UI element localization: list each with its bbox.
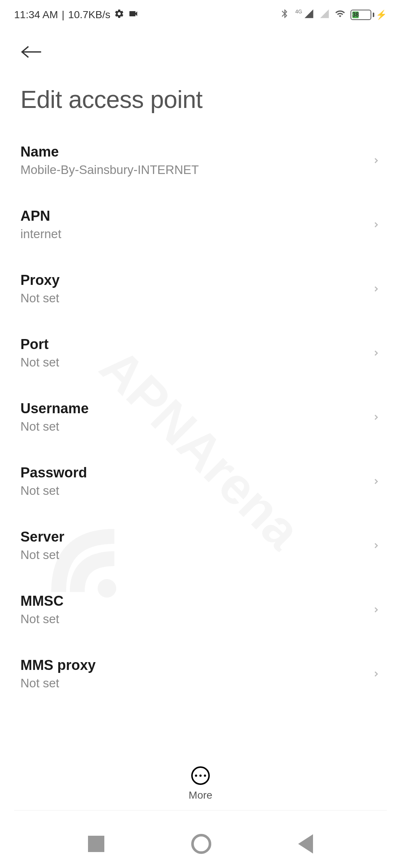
status-bar: 11:34 AM | 10.7KB/s 4G 38 ⚡ [0, 0, 401, 30]
setting-value: Not set [20, 420, 89, 434]
chevron-right-icon [372, 220, 381, 229]
signal-full-icon [304, 9, 314, 22]
battery-indicator: 38 ⚡ [351, 10, 387, 20]
charging-icon: ⚡ [376, 10, 387, 20]
chevron-right-icon [372, 285, 381, 293]
setting-value: Mobile-By-Sainsbury-INTERNET [20, 163, 199, 177]
setting-mms-proxy[interactable]: MMS proxy Not set [20, 642, 381, 706]
wifi-icon [335, 9, 345, 22]
chevron-right-icon [372, 670, 381, 678]
setting-password[interactable]: Password Not set [20, 449, 381, 513]
network-type-label: 4G [295, 9, 302, 14]
setting-name[interactable]: Name Mobile-By-Sainsbury-INTERNET [20, 128, 381, 193]
setting-username[interactable]: Username Not set [20, 385, 381, 449]
signal-empty-icon [319, 9, 330, 22]
setting-value: Not set [20, 548, 64, 562]
setting-server[interactable]: Server Not set [20, 513, 381, 578]
status-right: 4G 38 ⚡ [280, 9, 387, 22]
setting-value: Not set [20, 484, 87, 498]
setting-label: Port [20, 336, 59, 352]
setting-port[interactable]: Port Not set [20, 321, 381, 385]
setting-label: Username [20, 401, 89, 417]
setting-apn[interactable]: APN internet [20, 193, 381, 257]
gear-icon [114, 9, 124, 22]
setting-proxy[interactable]: Proxy Not set [20, 257, 381, 321]
setting-label: Password [20, 465, 87, 481]
setting-label: Proxy [20, 272, 60, 288]
chevron-right-icon [372, 605, 381, 614]
setting-mmsc[interactable]: MMSC Not set [20, 578, 381, 642]
header: Edit access point [0, 30, 401, 128]
status-left: 11:34 AM | 10.7KB/s [14, 9, 138, 22]
setting-value: Not set [20, 291, 60, 305]
battery-percent: 38 [352, 11, 359, 18]
setting-value: Not set [20, 612, 63, 626]
page-title: Edit access point [20, 85, 381, 114]
setting-label: Name [20, 144, 199, 160]
status-data-rate: 10.7KB/s [68, 9, 111, 21]
setting-value: Not set [20, 676, 96, 690]
setting-value: internet [20, 227, 61, 241]
setting-label: MMSC [20, 593, 63, 609]
chevron-right-icon [372, 413, 381, 422]
setting-label: MMS proxy [20, 657, 96, 673]
chevron-right-icon [372, 349, 381, 358]
chevron-right-icon [372, 156, 381, 165]
setting-label: Server [20, 529, 64, 545]
back-button[interactable] [20, 41, 43, 63]
status-time: 11:34 AM [14, 9, 58, 21]
video-icon [128, 9, 138, 22]
chevron-right-icon [372, 477, 381, 486]
chevron-right-icon [372, 541, 381, 550]
bluetooth-icon [280, 9, 290, 22]
setting-value: Not set [20, 355, 59, 369]
settings-list: Name Mobile-By-Sainsbury-INTERNET APN in… [0, 128, 401, 706]
setting-label: APN [20, 208, 61, 224]
back-arrow-icon [20, 45, 43, 59]
